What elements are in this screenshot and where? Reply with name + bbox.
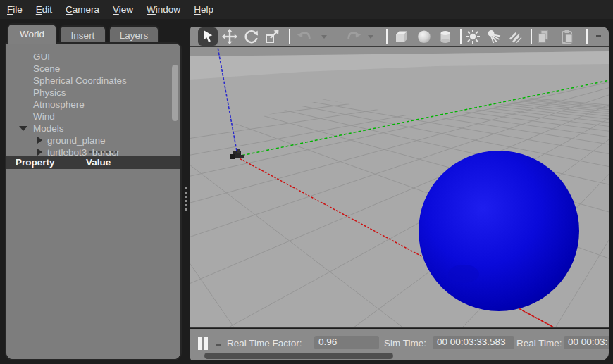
world-tree: GUISceneSpherical CoordinatesPhysicsAtmo… bbox=[6, 44, 180, 156]
rotate-arrows-icon bbox=[243, 29, 259, 45]
tab-insert[interactable]: Insert bbox=[59, 25, 106, 44]
menu-item-view[interactable]: View bbox=[113, 4, 133, 15]
render-toolbar bbox=[190, 27, 609, 46]
toolbar-separator bbox=[386, 29, 388, 44]
property-table-body[interactable] bbox=[6, 169, 180, 359]
tab-layers[interactable]: Layers bbox=[109, 25, 159, 44]
sidebar-item-physics[interactable]: Physics bbox=[6, 87, 180, 99]
toolbar-separator bbox=[531, 29, 532, 44]
sphere-model[interactable] bbox=[419, 151, 579, 311]
sidebar-item-spherical-coordinates[interactable]: Spherical Coordinates bbox=[6, 75, 180, 87]
point-light-button[interactable] bbox=[464, 27, 482, 46]
point-light-icon bbox=[464, 28, 481, 45]
spot-light-button[interactable] bbox=[485, 27, 503, 46]
status-scrollbar-handle[interactable] bbox=[204, 353, 393, 359]
menu-item-help[interactable]: Help bbox=[194, 4, 213, 15]
step-button[interactable] bbox=[216, 344, 221, 346]
menu-item-file[interactable]: File bbox=[7, 4, 23, 15]
render-viewport[interactable] bbox=[190, 46, 609, 328]
sidebar-item-atmosphere[interactable]: Atmosphere bbox=[6, 99, 180, 111]
tree-item-label: Atmosphere bbox=[33, 99, 85, 111]
scale-tool-button[interactable] bbox=[263, 27, 281, 46]
real-time-value-field: 00 00:03: bbox=[564, 336, 609, 349]
sim-time-value-field: 00 00:03:33.583 bbox=[433, 336, 514, 349]
rtf-label: Real Time Factor: bbox=[227, 338, 302, 349]
expand-arrow-icon[interactable] bbox=[37, 149, 42, 156]
tree-item-label: Models bbox=[33, 123, 64, 134]
undo-button[interactable] bbox=[295, 27, 314, 46]
directional-light-button[interactable] bbox=[506, 27, 524, 46]
undo-history-dropdown[interactable] bbox=[321, 35, 327, 39]
sidebar-item-gui[interactable]: GUI bbox=[6, 51, 180, 63]
redo-history-dropdown[interactable] bbox=[368, 35, 373, 39]
insert-cylinder-button[interactable] bbox=[436, 27, 454, 46]
pause-button[interactable] bbox=[197, 337, 211, 350]
toolbar-separator bbox=[289, 29, 290, 44]
arrow-cursor-icon bbox=[200, 29, 216, 44]
property-table-header: Property Value bbox=[6, 156, 180, 169]
sphere-icon bbox=[416, 28, 433, 45]
tree-item-label: Wind bbox=[33, 111, 55, 123]
menu-item-edit[interactable]: Edit bbox=[36, 4, 52, 15]
paste-button[interactable] bbox=[558, 27, 576, 46]
redo-button[interactable] bbox=[345, 27, 363, 46]
insert-sphere-button[interactable] bbox=[415, 27, 433, 46]
toolbar-overflow-indicator[interactable] bbox=[596, 35, 601, 37]
toolbar-separator bbox=[460, 29, 462, 44]
expand-arrow-icon[interactable] bbox=[37, 137, 42, 144]
undo-arrow-icon bbox=[295, 27, 314, 46]
directional-light-icon bbox=[507, 28, 524, 45]
scale-box-icon bbox=[264, 28, 280, 45]
rtf-value-field: 0.96 bbox=[314, 336, 379, 349]
gazebo-window: FileEditCameraViewWindowHelp WorldInsert… bbox=[0, 0, 613, 364]
sidebar-item-wind[interactable]: Wind bbox=[6, 111, 180, 123]
cylinder-icon bbox=[437, 28, 454, 45]
value-column-header: Value bbox=[86, 156, 111, 169]
copy-button[interactable] bbox=[534, 27, 552, 46]
insert-box-button[interactable] bbox=[392, 27, 411, 46]
select-tool-button[interactable] bbox=[198, 27, 218, 46]
tab-world[interactable]: World bbox=[7, 23, 57, 44]
copy-icon bbox=[535, 28, 552, 45]
menu-item-window[interactable]: Window bbox=[147, 4, 180, 15]
tree-scrollbar[interactable] bbox=[172, 65, 178, 121]
vertical-splitter-handle[interactable] bbox=[185, 187, 187, 213]
sidebar-item-scene[interactable]: Scene bbox=[6, 63, 180, 75]
tree-item-label: Scene bbox=[33, 63, 60, 75]
world-panel: GUISceneSpherical CoordinatesPhysicsAtmo… bbox=[5, 42, 182, 360]
menu-bar: FileEditCameraViewWindowHelp bbox=[0, 0, 613, 19]
sphere-shade-spot bbox=[448, 265, 479, 283]
simulation-status-bar: Real Time Factor: 0.96 Sim Time: 00 00:0… bbox=[190, 329, 609, 360]
tree-item-label: Spherical Coordinates bbox=[33, 75, 127, 87]
paste-icon bbox=[559, 28, 576, 45]
horizontal-splitter-handle[interactable] bbox=[89, 151, 118, 153]
tree-item-label: GUI bbox=[33, 51, 50, 63]
sidebar-item-ground-plane[interactable]: ground_plane bbox=[6, 134, 180, 146]
tree-item-label: ground_plane bbox=[47, 134, 106, 146]
redo-arrow-icon bbox=[345, 27, 363, 46]
rotate-tool-button[interactable] bbox=[242, 27, 260, 46]
real-time-label: Real Time: bbox=[516, 338, 562, 349]
sidebar-item-models[interactable]: Models bbox=[6, 123, 180, 134]
tree-item-label: Physics bbox=[33, 87, 66, 99]
sim-time-label: Sim Time: bbox=[384, 338, 426, 349]
menu-item-camera[interactable]: Camera bbox=[66, 4, 99, 15]
collapse-arrow-icon[interactable] bbox=[19, 126, 27, 131]
box-icon bbox=[393, 28, 410, 45]
spot-light-icon bbox=[485, 28, 502, 45]
property-column-header: Property bbox=[16, 156, 55, 169]
translate-tool-button[interactable] bbox=[221, 27, 239, 46]
move-arrows-icon bbox=[221, 28, 238, 45]
toolbar-separator bbox=[586, 29, 588, 44]
